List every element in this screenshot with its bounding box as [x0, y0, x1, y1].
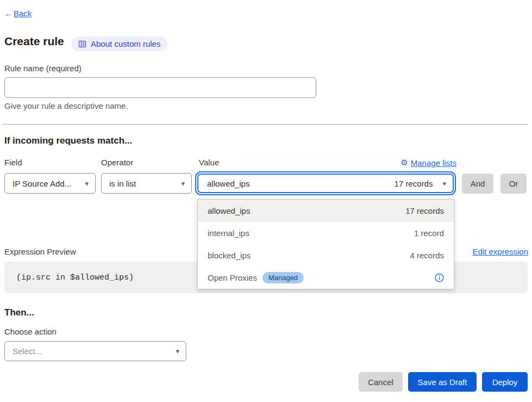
field-select-value: IP Source Add... [12, 179, 71, 188]
operator-select[interactable]: is in list ▾ [101, 173, 192, 194]
list-item-meta: 17 records [405, 206, 444, 215]
match-heading: If incoming requests match... [4, 135, 132, 146]
value-label: Value [199, 158, 219, 167]
about-custom-rules-label: About custom rules [91, 39, 160, 48]
value-select[interactable]: allowed_ips 17 records ▾ [197, 174, 454, 193]
value-select-meta: 17 records [395, 179, 433, 188]
then-heading: Then... [4, 307, 34, 318]
list-item-name: Open Proxies [208, 273, 257, 282]
chevron-down-icon: ▾ [85, 180, 89, 188]
expression-preview-label: Expression Preview [4, 247, 76, 256]
list-item-name: internal_ips [208, 228, 249, 238]
operator-label: Operator [101, 158, 133, 167]
about-custom-rules-link[interactable]: About custom rules [71, 36, 167, 51]
deploy-button[interactable]: Deploy [482, 372, 528, 392]
operator-select-value: is in list [109, 179, 136, 188]
page-title: Create rule [4, 35, 64, 48]
back-arrow-icon: ← [4, 9, 12, 18]
save-as-draft-button[interactable]: Save as Draft [408, 372, 477, 392]
list-item-open-proxies[interactable]: Open Proxies Managed [198, 267, 454, 289]
list-item-name: blocked_ips [208, 251, 251, 260]
chevron-down-icon: ▾ [442, 180, 446, 188]
chevron-down-icon: ▾ [181, 180, 185, 188]
list-item-meta: 1 record [414, 228, 444, 238]
list-item-blocked-ips[interactable]: blocked_ips 4 records [198, 244, 454, 267]
action-select-placeholder: Select... [12, 347, 42, 356]
cancel-button[interactable]: Cancel [359, 372, 403, 392]
expression-code: (ip.src in $allowed_ips) [16, 273, 134, 282]
field-label: Field [4, 158, 22, 167]
list-item-allowed-ips[interactable]: allowed_ips 17 records [198, 200, 454, 222]
section-divider [2, 124, 528, 125]
manage-lists-label: Manage lists [411, 158, 456, 168]
or-button[interactable]: Or [500, 174, 527, 194]
value-select-name: allowed_ips [207, 179, 249, 188]
book-icon [78, 40, 86, 48]
list-dropdown: allowed_ips 17 records internal_ips 1 re… [197, 199, 454, 289]
managed-badge: Managed [262, 272, 304, 283]
action-select[interactable]: Select... ▾ [4, 341, 186, 361]
gear-icon: ⚙ [400, 158, 408, 168]
choose-action-label: Choose action [4, 327, 57, 336]
chevron-down-icon: ▾ [176, 347, 179, 355]
info-icon[interactable] [435, 273, 444, 282]
list-item-internal-ips[interactable]: internal_ips 1 record [198, 222, 454, 244]
rule-name-label: Rule name (required) [4, 64, 82, 73]
back-link[interactable]: ←Back [4, 9, 32, 18]
rule-name-helper: Give your rule a descriptive name. [4, 101, 128, 110]
rule-name-input[interactable] [4, 77, 316, 98]
manage-lists-link[interactable]: ⚙ Manage lists [400, 158, 456, 168]
back-link-label: Back [14, 9, 32, 18]
and-button[interactable]: And [462, 174, 493, 194]
list-item-name: allowed_ips [208, 206, 250, 215]
field-select[interactable]: IP Source Add... ▾ [4, 173, 96, 194]
edit-expression-link[interactable]: Edit expression [472, 247, 528, 256]
list-item-meta: 4 records [410, 251, 444, 260]
